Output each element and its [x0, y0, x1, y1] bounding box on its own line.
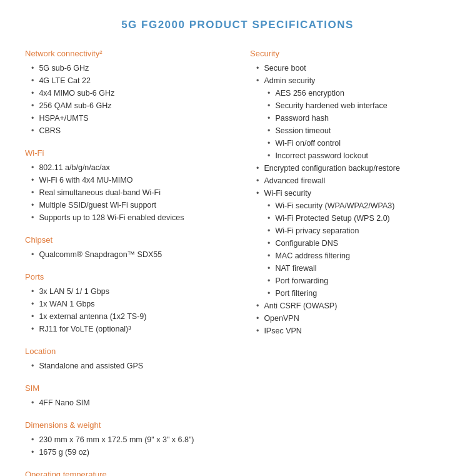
main-content: Network connectivity²5G sub-6 GHz4G LTE …: [25, 49, 450, 476]
list-item: Supports up to 128 Wi-Fi enabled devices: [25, 211, 225, 224]
list-item: OpenVPN: [250, 312, 450, 325]
list-item: •NAT firewall: [250, 262, 450, 275]
list-item: •Wi-Fi privacy separation: [250, 225, 450, 237]
list-item: 4FF Nano SIM: [25, 397, 225, 409]
list-item: Encrypted configuration backup/restore: [250, 162, 450, 175]
list-item: 230 mm x 76 mm x 172.5 mm (9" x 3" x 6.8…: [25, 433, 225, 446]
list-item: 4G LTE Cat 22: [25, 74, 225, 87]
list-item: •Incorrect password lockout: [250, 149, 450, 162]
list-item: •Configurable DNS: [250, 237, 450, 250]
page-title: 5G FG2000 PRODUCT SPECIFICATIONS: [25, 19, 450, 31]
list-item: Secure boot: [250, 62, 450, 74]
spec-list-dimensions: 230 mm x 76 mm x 172.5 mm (9" x 3" x 6.8…: [25, 433, 225, 458]
right-column: SecuritySecure bootAdmin security•AES 25…: [244, 49, 450, 476]
list-item: •Wi-Fi security (WPA/WPA2/WPA3): [250, 200, 450, 212]
list-item: 3x LAN 5/ 1/ 1 Gbps: [25, 285, 225, 298]
section-title-location: Location: [25, 347, 225, 356]
section-title-dimensions: Dimensions & weight: [25, 420, 225, 430]
list-item: HSPA+/UMTS: [25, 112, 225, 124]
list-item: •Wi-Fi on/off control: [250, 137, 450, 149]
list-item: •Port filtering: [250, 287, 450, 300]
list-item: Standalone and assisted GPS: [25, 360, 225, 372]
list-item: Multiple SSID/guest Wi-Fi support: [25, 199, 225, 211]
left-column: Network connectivity²5G sub-6 GHz4G LTE …: [25, 49, 231, 476]
section-title-operating-temp: Operating temperature: [25, 470, 225, 476]
spec-list-ports: 3x LAN 5/ 1/ 1 Gbps1x WAN 1 Gbps1x exter…: [25, 285, 225, 335]
list-item: IPsec VPN: [250, 325, 450, 337]
list-item: CBRS: [25, 124, 225, 137]
list-item: 1x WAN 1 Gbps: [25, 298, 225, 310]
list-item: 802.11 a/b/g/n/ac/ax: [25, 161, 225, 174]
list-item: Admin security: [250, 74, 450, 87]
section-title-wifi: Wi-Fi: [25, 148, 225, 158]
spec-list-sim: 4FF Nano SIM: [25, 397, 225, 409]
list-item: •Session timeout: [250, 124, 450, 137]
spec-list-wifi: 802.11 a/b/g/n/ac/axWi-Fi 6 with 4x4 MU-…: [25, 161, 225, 224]
spec-list-location: Standalone and assisted GPS: [25, 360, 225, 372]
spec-list-network-connectivity: 5G sub-6 GHz4G LTE Cat 224x4 MIMO sub-6 …: [25, 62, 225, 137]
list-item: 1x external antenna (1x2 TS-9): [25, 310, 225, 323]
list-item: Wi-Fi security: [250, 187, 450, 200]
list-item: 1675 g (59 oz): [25, 446, 225, 458]
section-title-ports: Ports: [25, 272, 225, 281]
list-item: Wi-Fi 6 with 4x4 MU-MIMO: [25, 174, 225, 186]
list-item: Anti CSRF (OWASP): [250, 300, 450, 312]
list-item: RJ11 for VoLTE (optional)³: [25, 323, 225, 335]
list-item: •AES 256 encryption: [250, 87, 450, 99]
section-title-network-connectivity: Network connectivity²: [25, 49, 225, 58]
section-title-chipset: Chipset: [25, 235, 225, 245]
section-title-sim: SIM: [25, 383, 225, 393]
list-item: •Wi-Fi Protected Setup (WPS 2.0): [250, 212, 450, 225]
list-item: •Password hash: [250, 112, 450, 124]
list-item: Real simultaneous dual-band Wi-Fi: [25, 186, 225, 199]
section-title-security: Security: [250, 49, 450, 58]
list-item: 4x4 MIMO sub-6 GHz: [25, 87, 225, 99]
list-item: •Port forwarding: [250, 275, 450, 287]
list-item: Qualcomm® Snapdragon™ SDX55: [25, 248, 225, 261]
list-item: 256 QAM sub-6 GHz: [25, 99, 225, 112]
list-item: •MAC address filtering: [250, 250, 450, 262]
list-item: Advanced firewall: [250, 175, 450, 187]
spec-list-chipset: Qualcomm® Snapdragon™ SDX55: [25, 248, 225, 261]
list-item: 5G sub-6 GHz: [25, 62, 225, 74]
list-item: •Security hardened web interface: [250, 99, 450, 112]
spec-list-security: Secure bootAdmin security•AES 256 encryp…: [250, 62, 450, 337]
